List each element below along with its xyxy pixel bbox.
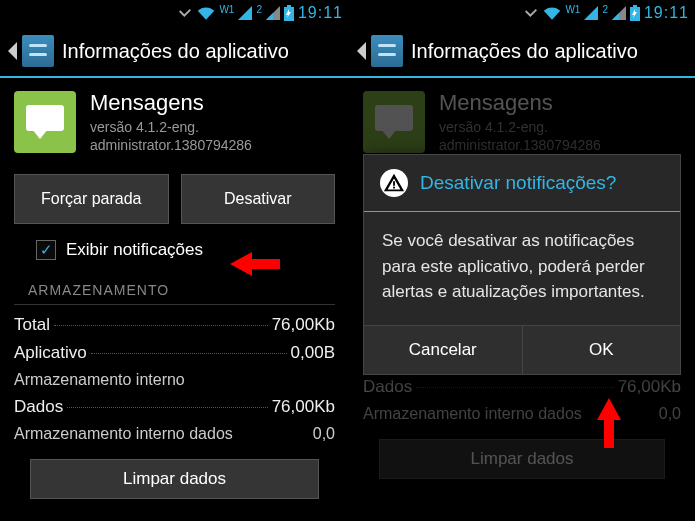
storage-section-label: ARMAZENAMENTO — [14, 268, 335, 305]
sim2-label: 2 — [256, 4, 262, 15]
disable-notifications-dialog: Desativar notificações? Se você desativa… — [363, 154, 681, 375]
dialog-title-text: Desativar notificações? — [420, 172, 616, 194]
ok-button[interactable]: OK — [522, 326, 681, 374]
value: 76,00Kb — [272, 315, 335, 335]
signal-icon-1 — [584, 6, 598, 20]
storage-row-data: Dados 76,00Kb — [349, 373, 695, 401]
svg-rect-4 — [393, 181, 395, 186]
messaging-app-icon — [363, 91, 425, 153]
value: 76,00Kb — [272, 397, 335, 417]
warning-icon — [380, 169, 408, 197]
app-name: Mensagens — [90, 90, 252, 116]
clear-data-button[interactable]: Limpar dados — [30, 459, 319, 499]
wifi-icon — [543, 6, 561, 20]
settings-icon — [22, 35, 54, 67]
storage-row-internal: Armazenamento interno — [0, 367, 349, 393]
checkbox-icon: ✓ — [36, 240, 56, 260]
app-name: Mensagens — [439, 90, 601, 116]
battery-icon — [630, 5, 640, 21]
svg-rect-5 — [393, 187, 395, 189]
red-arrow-annotation — [230, 252, 252, 276]
storage-row-data: Dados 76,00Kb — [0, 393, 349, 421]
storage-row-internal-data: Armazenamento interno dados 0,0 — [0, 421, 349, 447]
app-version-line2: administrator.1380794286 — [90, 136, 252, 154]
label: Armazenamento interno dados — [14, 425, 233, 443]
back-button[interactable] — [357, 35, 403, 67]
wifi-icon — [197, 6, 215, 20]
clear-data-button[interactable]: Limpar dados — [379, 439, 665, 479]
storage-row-internal-data: Armazenamento interno dados 0,0 — [349, 401, 695, 427]
cancel-button[interactable]: Cancelar — [364, 326, 522, 374]
value: 0,00B — [291, 343, 335, 363]
page-title: Informações do aplicativo — [62, 40, 289, 63]
svg-rect-3 — [633, 5, 637, 7]
status-bar: W1 2 19:11 — [349, 0, 695, 26]
value: 0,0 — [313, 425, 335, 443]
page-title: Informações do aplicativo — [411, 40, 638, 63]
settings-icon — [371, 35, 403, 67]
app-version-line2: administrator.1380794286 — [439, 136, 601, 154]
disable-button[interactable]: Desativar — [181, 174, 336, 224]
svg-rect-1 — [287, 5, 291, 7]
app-version-line1: versão 4.1.2-eng. — [439, 118, 601, 136]
dialog-body: Se você desativar as notificações para e… — [364, 212, 680, 325]
screen-dialog: W1 2 19:11 Informações do aplicativo Men… — [349, 0, 695, 521]
clock: 19:11 — [298, 4, 343, 22]
chevron-left-icon — [357, 42, 367, 60]
vibrate-icon — [523, 5, 539, 21]
messaging-app-icon — [14, 91, 76, 153]
action-bar: Informações do aplicativo — [349, 26, 695, 78]
red-arrow-annotation — [597, 398, 621, 420]
storage-row-app: Aplicativo 0,00B — [0, 339, 349, 367]
signal-icon-2 — [612, 6, 626, 20]
show-notifications-checkbox[interactable]: ✓ Exibir notificações — [0, 236, 349, 268]
clock: 19:11 — [644, 4, 689, 22]
sim1-label: W1 — [565, 4, 580, 15]
label: Aplicativo — [14, 343, 87, 363]
label: Total — [14, 315, 50, 335]
sim2-label: 2 — [602, 4, 608, 15]
signal-icon-2 — [266, 6, 280, 20]
status-bar: W1 2 19:11 — [0, 0, 349, 26]
app-header: Mensagens versão 4.1.2-eng. administrato… — [0, 78, 349, 166]
label: Armazenamento interno — [14, 371, 185, 389]
force-stop-button[interactable]: Forçar parada — [14, 174, 169, 224]
battery-icon — [284, 5, 294, 21]
storage-row-total: Total 76,00Kb — [0, 311, 349, 339]
checkbox-label: Exibir notificações — [66, 240, 203, 260]
screen-app-info: W1 2 19:11 Informações do aplicativo Men… — [0, 0, 349, 521]
app-version-line1: versão 4.1.2-eng. — [90, 118, 252, 136]
signal-icon-1 — [238, 6, 252, 20]
vibrate-icon — [177, 5, 193, 21]
back-button[interactable] — [8, 35, 54, 67]
label: Dados — [14, 397, 63, 417]
chevron-left-icon — [8, 42, 18, 60]
sim1-label: W1 — [219, 4, 234, 15]
action-bar: Informações do aplicativo — [0, 26, 349, 78]
